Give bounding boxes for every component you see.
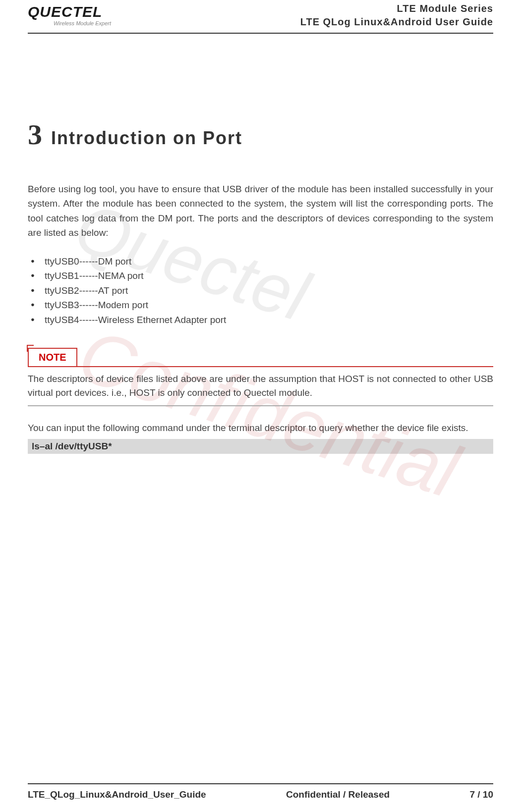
note-divider-grey (28, 405, 493, 406)
note-block: NOTE The descriptors of device files lis… (28, 348, 493, 406)
list-item: ttyUSB2------AT port (28, 283, 493, 298)
command-text: ls–al /dev/ttyUSB* (32, 441, 112, 451)
note-label-box: NOTE (28, 348, 77, 366)
list-item: ttyUSB1------NEMA port (28, 269, 493, 283)
page-content: Quectel Confidential 3 Introduction on P… (28, 34, 493, 783)
note-body: The descriptors of device files listed a… (28, 367, 493, 400)
intro-paragraph: Before using log tool, you have to ensur… (28, 182, 493, 240)
list-item: ttyUSB3------Modem port (28, 298, 493, 312)
logo-text: QUECTEL (28, 4, 102, 19)
watermark-confidential: Confidential (69, 312, 469, 515)
logo-block: QUECTEL Wireless Module Expert (28, 4, 111, 26)
header-title-block: LTE Module Series LTE QLog Linux&Android… (300, 2, 493, 29)
query-text: You can input the following command unde… (28, 421, 493, 435)
footer-right: 7 / 10 (469, 789, 493, 800)
logo-tagline: Wireless Module Expert (54, 20, 111, 26)
footer-center: Confidential / Released (286, 789, 390, 800)
footer-left: LTE_QLog_Linux&Android_User_Guide (28, 789, 206, 800)
chapter-heading: 3 Introduction on Port (28, 118, 493, 151)
header-line-2: LTE QLog Linux&Android User Guide (300, 15, 493, 29)
header-line-1: LTE Module Series (300, 2, 493, 15)
list-item: ttyUSB0------DM port (28, 254, 493, 269)
command-box: ls–al /dev/ttyUSB* (28, 439, 493, 454)
page-header: QUECTEL Wireless Module Expert LTE Modul… (28, 0, 493, 34)
chapter-title: Introduction on Port (51, 128, 242, 149)
chapter-number: 3 (28, 118, 42, 151)
page-footer: LTE_QLog_Linux&Android_User_Guide Confid… (28, 783, 493, 812)
port-list: ttyUSB0------DM port ttyUSB1------NEMA p… (28, 254, 493, 327)
note-label: NOTE (39, 352, 66, 363)
list-item: ttyUSB4------Wireless Ethernet Adapter p… (28, 313, 493, 327)
